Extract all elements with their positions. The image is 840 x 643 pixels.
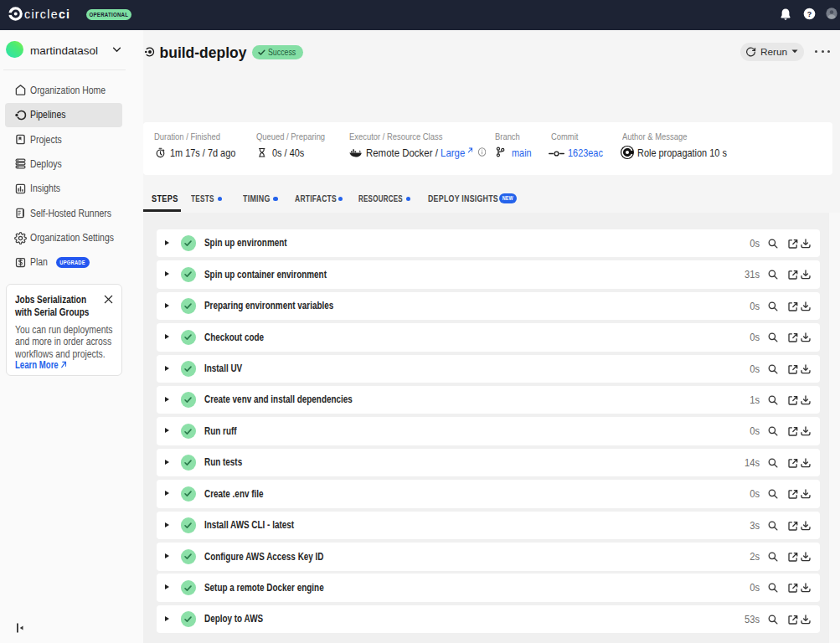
svg-text:?: ? <box>807 9 811 18</box>
